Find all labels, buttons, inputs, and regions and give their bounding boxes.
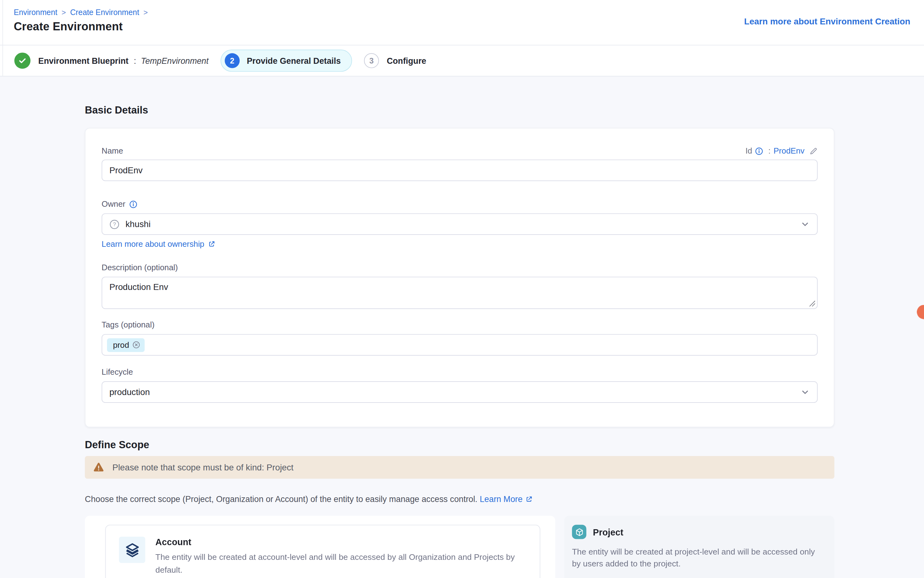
learn-more-environment-creation-link[interactable]: Learn more about Environment Creation [744,17,910,27]
breadcrumb-link-create-environment[interactable]: Create Environment [70,8,139,17]
breadcrumb-separator: > [143,8,148,16]
owner-select[interactable]: ? khushi [102,213,818,235]
scope-hint-text: Choose the correct scope (Project, Organ… [85,494,477,504]
account-option-description: The entity will be created at account-le… [156,551,527,577]
account-icon-tile [119,537,145,563]
breadcrumb-separator: > [62,8,66,16]
info-icon[interactable] [129,200,137,208]
create-environment-page: Environment > Create Environment > Creat… [0,0,924,578]
warning-icon [93,461,104,473]
project-icon-tile[interactable] [572,525,586,539]
window-edge-divider [3,0,3,76]
account-option-copy: Account The entity will be created at ac… [156,537,527,577]
check-icon [15,52,31,69]
step3-number-badge: 3 [364,53,379,68]
step1-value: TempEnvironment [141,56,209,66]
name-label: Name [102,146,123,156]
account-scope-card[interactable]: Account The entity will be created at ac… [105,525,540,578]
tag-chip-text: prod [113,340,129,349]
project-option-description: The entity will be created at project-le… [572,546,823,570]
info-icon[interactable] [755,147,763,155]
external-link-icon [208,240,216,248]
remove-tag-icon[interactable] [132,341,140,349]
step2-label: Provide General Details [247,56,341,66]
page-header: Environment > Create Environment > Creat… [0,0,924,45]
project-option-title: Project [593,527,624,537]
question-circle-icon: ? [109,219,120,229]
learn-more-scope-link[interactable]: Learn More [480,494,533,504]
entity-id-row: Id : ProdEnv [745,146,818,156]
lifecycle-value: production [109,387,150,397]
id-colon: : [768,146,770,156]
learn-more-ownership-link[interactable]: Learn more about ownership [102,240,216,248]
edit-id-icon[interactable] [809,147,818,155]
chevron-down-icon[interactable] [801,387,810,397]
step-configure[interactable]: 3 Configure [364,53,426,68]
step2-number-badge: 2 [224,53,240,68]
main-content: Basic Details Name Id : ProdEnv Owner [85,76,834,578]
breadcrumb-link-environment[interactable]: Environment [14,8,57,17]
tags-input[interactable]: prod [102,334,818,356]
owner-label-text: Owner [102,200,125,209]
lifecycle-label: Lifecycle [102,367,133,377]
owner-label: Owner [102,200,137,209]
chevron-down-icon[interactable] [801,219,810,229]
entity-id-value[interactable]: ProdEnv [773,146,804,156]
cube-icon [575,527,584,536]
scope-hint: Choose the correct scope (Project, Organ… [85,494,834,504]
name-input[interactable] [102,159,818,181]
description-label: Description (optional) [102,263,178,272]
external-link-icon [526,495,533,503]
svg-text:?: ? [113,221,116,227]
step1-label: Environment Blueprint [38,56,128,66]
step-environment-blueprint[interactable]: Environment Blueprint : TempEnvironment [15,52,209,69]
scope-options: Account The entity will be created at ac… [85,516,834,578]
step1-colon: : [134,56,136,66]
define-scope-heading: Define Scope [85,439,834,451]
warning-text: Please note that scope must be of kind: … [112,463,293,472]
resize-grip-icon[interactable] [808,299,816,307]
ownership-link-text: Learn more about ownership [102,240,204,248]
layers-icon [124,542,140,558]
project-option-header: Project [572,525,823,539]
tags-label: Tags (optional) [102,320,154,330]
basic-details-heading: Basic Details [85,76,834,117]
account-scope-panel: Account The entity will be created at ac… [85,516,555,578]
owner-value: khushi [125,219,151,229]
basic-details-card: Name Id : ProdEnv Owner ? khushi [85,128,834,427]
scope-warning-banner: Please note that scope must be of kind: … [85,456,834,479]
scope-link-text: Learn More [480,494,523,504]
step3-label: Configure [386,56,426,66]
breadcrumb: Environment > Create Environment > [14,8,910,17]
project-scope-panel: Project The entity will be created at pr… [564,516,835,578]
tag-chip: prod [107,338,145,352]
wizard-stepper: Environment Blueprint : TempEnvironment … [0,45,924,76]
description-textarea[interactable]: Production Env [102,277,818,309]
feedback-side-tab[interactable] [917,305,924,319]
account-option-title: Account [156,537,527,547]
id-label: Id [745,146,752,156]
lifecycle-select[interactable]: production [102,381,818,403]
step-provide-general-details[interactable]: 2 Provide General Details [221,50,352,72]
